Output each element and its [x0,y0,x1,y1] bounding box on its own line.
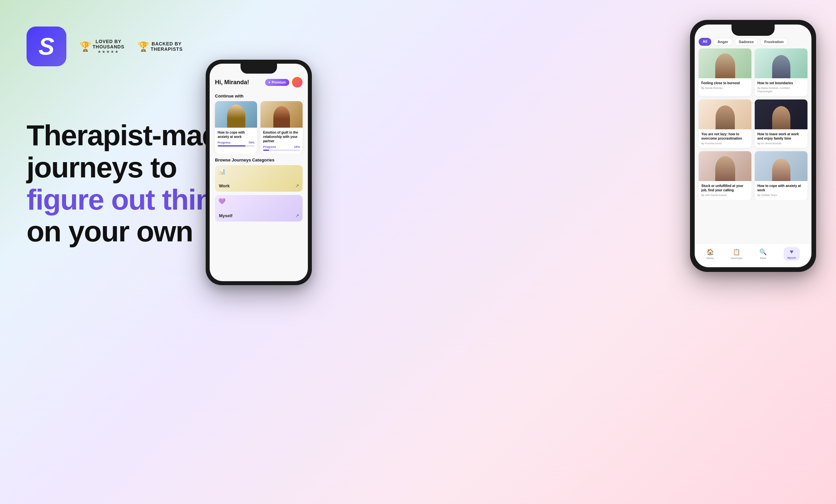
badge1-line1: LOVED BY [93,39,125,44]
article-3-image [699,99,752,129]
journey-card-1-progress-fill [217,145,246,147]
category-card-work[interactable]: 📊 Work ↗ [215,165,303,192]
journey-card-1[interactable]: How to cope with anxiety at work Progres… [215,101,257,154]
premium-heart-icon: ♥ [268,81,270,84]
journey-card-2-image [261,101,303,128]
laurel-left-icon: 🏆 [80,41,91,52]
article-card-3[interactable]: You are not lazy: how to overcome procra… [699,99,752,148]
journey-card-1-image [215,101,257,128]
article-card-1[interactable]: Feeling close to burnout By Nicola Ruhna… [699,49,752,96]
journey-card-2-title: Emotion of guilt in the relationship wit… [263,130,300,143]
work-arrow-icon: ↗ [295,183,299,188]
nav-journeys-label: Journeys [730,257,742,259]
nav-find[interactable]: 🔍 Find [759,248,767,259]
badge1-line2: THOUSANDS [93,44,125,50]
journey-card-2-progress-label: Progress 16% [263,145,300,149]
logo-letter: S [38,35,54,58]
work-icon: 📊 [218,168,226,175]
badge2-line1: BACKED BY [151,41,183,46]
hero-line4: on your own [26,215,193,248]
badge1-stars: ★★★★★ [93,50,125,54]
filter-all[interactable]: All [699,38,711,46]
premium-badge[interactable]: ♥ Premium [265,79,289,86]
nav-home-label: Home [706,257,714,259]
app-logo: S [26,26,66,66]
nav-find-label: Find [760,257,766,259]
phone-1-container: Hi, Miranda! ♥ Premium Continue with How… [206,60,312,285]
article-6-image [755,151,808,181]
article-2-image [755,49,808,78]
article-4-title: How to leave work at work and enjoy fami… [757,132,805,141]
badge-backed-by: 🏆 BACKED BY THERAPISTS [138,41,183,52]
nav-home[interactable]: 🏠 Home [706,248,714,259]
article-1-title: Feeling close to burnout [701,81,749,85]
find-icon: 🔍 [759,248,767,256]
journey-card-1-progress-bg [217,145,254,147]
phone-1-notch [241,64,277,74]
article-6-title: How to cope with anxiety at work [757,184,805,192]
journey-cards-row: How to cope with anxiety at work Progres… [210,101,308,154]
journey-card-2-progress-bg [263,150,300,151]
phone-2-screen: All Anger Sadness Frustration Feeling cl… [695,24,812,267]
laurel-backed-by: 🏆 BACKED BY THERAPISTS [138,41,183,52]
nav-myself-label: Myself [787,256,796,259]
article-1-author: By Nicola Ruhnau [701,86,749,90]
filter-frustration[interactable]: Frustration [760,38,788,46]
category-work-name: Work [219,183,230,188]
phone-2-shell: All Anger Sadness Frustration Feeling cl… [690,20,816,272]
browse-categories-title: Browse Journeys Categories [210,154,308,165]
article-4-body: How to leave work at work and enjoy fami… [755,129,808,148]
badge-loved-by: 🏆 LOVED BY THOUSANDS ★★★★★ [80,39,125,54]
article-6-author: By Selftalk Team [757,194,805,197]
phone-2-container: All Anger Sadness Frustration Feeling cl… [690,20,816,272]
article-5-author: By with Daniel Kassel [701,194,749,197]
article-3-body: You are not lazy: how to overcome procra… [699,129,752,148]
article-2-body: How to set boundaries By Maria Dimitreli… [755,78,808,96]
journey-card-2-body: Emotion of guilt in the relationship wit… [261,128,303,154]
filter-anger[interactable]: Anger [713,38,733,46]
article-4-author: By Dr. Brent Bounds [757,142,805,145]
myself-nav-icon: ♥ [790,248,794,255]
journey-card-2-progress-fill [263,150,269,151]
article-5-body: Stuck or unfulfilled at your job, find y… [699,181,752,200]
nav-journeys[interactable]: 📋 Journeys [730,248,742,259]
articles-grid: Feeling close to burnout By Nicola Ruhna… [695,49,812,200]
article-6-body: How to cope with anxiety at work By Self… [755,181,808,200]
nav-myself[interactable]: ♥ Myself [784,247,800,260]
article-2-title: How to set boundaries [757,81,805,85]
article-5-title: Stuck or unfulfilled at your job, find y… [701,184,749,192]
premium-label: Premium [272,81,286,84]
article-card-4[interactable]: How to leave work at work and enjoy fami… [755,99,808,148]
journey-card-1-body: How to cope with anxiety at work Progres… [215,128,257,149]
article-3-author: By Fuschia Sirois [701,142,749,145]
hero-line1: Therapist-made [26,119,234,152]
myself-icon: 💜 [218,198,226,205]
journey-card-2[interactable]: Emotion of guilt in the relationship wit… [261,101,303,154]
article-card-2[interactable]: How to set boundaries By Maria Dimitreli… [755,49,808,96]
phone-2-notch [732,24,775,36]
journey-card-1-title: How to cope with anxiety at work [217,130,254,139]
category-card-myself[interactable]: 💜 Myself ↗ [215,195,303,221]
article-2-author: By Maria Dimitreli, Certified Psychologi… [757,86,805,94]
myself-arrow-icon: ↗ [295,213,299,218]
article-card-6[interactable]: How to cope with anxiety at work By Self… [755,151,808,200]
badge2-line2: THERAPISTS [151,46,183,52]
hero-line2: journeys to [26,151,176,184]
continue-with-title: Continue with [210,91,308,101]
phone1-greeting: Hi, Miranda! [215,79,249,86]
laurel-loved-by: 🏆 LOVED BY THOUSANDS ★★★★★ [80,39,125,54]
article-3-title: You are not lazy: how to overcome procra… [701,132,749,141]
journeys-icon: 📋 [733,248,740,256]
article-1-body: Feeling close to burnout By Nicola Ruhna… [699,78,752,93]
category-myself-name: Myself [219,213,232,218]
article-5-image [699,151,752,181]
laurel2-left-icon: 🏆 [138,41,149,52]
phone-1-shell: Hi, Miranda! ♥ Premium Continue with How… [206,60,312,285]
user-avatar[interactable] [292,77,303,88]
bottom-nav: 🏠 Home 📋 Journeys 🔍 Find ♥ Myself [695,244,812,267]
article-card-5[interactable]: Stuck or unfulfilled at your job, find y… [699,151,752,200]
article-1-image [699,49,752,78]
filter-sadness[interactable]: Sadness [735,38,758,46]
article-4-image [755,99,808,129]
phone-1-screen: Hi, Miranda! ♥ Premium Continue with How… [210,64,308,281]
